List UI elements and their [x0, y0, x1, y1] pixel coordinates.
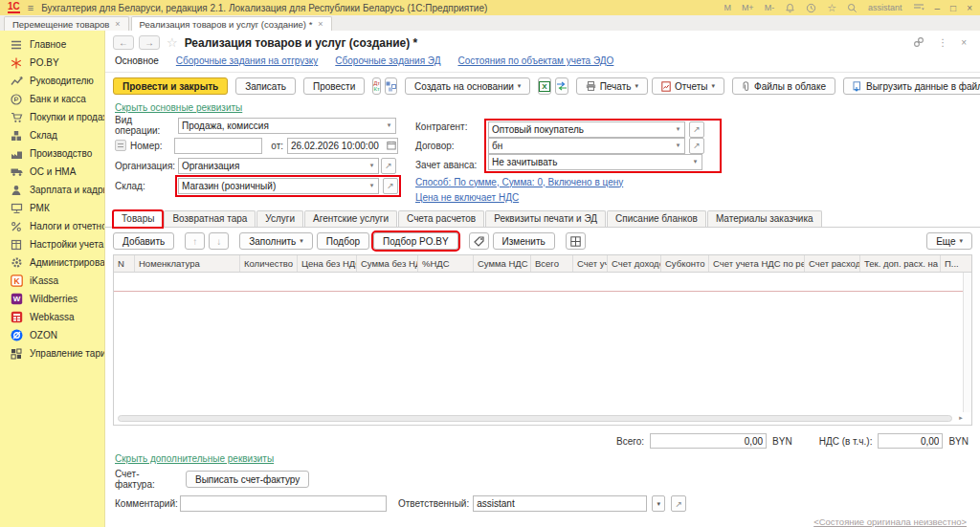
col-n[interactable]: N: [114, 255, 135, 272]
post-and-close-button[interactable]: Провести и закрыть: [113, 77, 228, 95]
responsible-input[interactable]: [474, 496, 646, 511]
export-data-button[interactable]: Выгрузить данные в файл: [843, 77, 980, 95]
open-organization-icon[interactable]: ↗: [381, 158, 396, 174]
excel-export-button[interactable]: X: [538, 77, 550, 95]
responsible-dropdown-icon[interactable]: ▾: [652, 495, 665, 512]
col-vat-account[interactable]: Счет учета НДС по реализ...: [709, 255, 805, 272]
sidebar-item-rmk[interactable]: РМК: [0, 199, 104, 217]
sidebar-item-warehouse[interactable]: Склад: [0, 126, 104, 144]
open-contract-icon[interactable]: ↗: [689, 138, 704, 154]
cloud-files-button[interactable]: Файлы в облаке: [732, 77, 835, 95]
tab-agency-services[interactable]: Агентские услуги: [304, 210, 397, 227]
favorite-star-icon[interactable]: ☆: [167, 35, 178, 50]
price-no-vat-link[interactable]: Цена не включает НДС: [415, 192, 722, 203]
post-button[interactable]: Провести: [303, 77, 365, 95]
organization-field[interactable]: ▾: [178, 158, 379, 174]
current-user[interactable]: assistant: [868, 3, 902, 12]
window-tab-sales-document[interactable]: Реализация товаров и услуг (создание) * …: [131, 16, 332, 31]
sidebar-item-ikassa[interactable]: KiKassa: [0, 272, 104, 290]
sidebar-item-taxes[interactable]: Налоги и отчетность: [0, 217, 104, 235]
sidebar-item-wildberries[interactable]: WWildberries: [0, 290, 104, 308]
col-account[interactable]: Счет учета: [573, 255, 608, 272]
warehouse-field[interactable]: ▾: [178, 178, 379, 194]
comment-input[interactable]: [181, 496, 386, 511]
service-menu-icon[interactable]: [913, 3, 924, 12]
pick-button[interactable]: Подбор: [317, 232, 369, 250]
col-expense-account[interactable]: Счет расходов: [805, 255, 860, 272]
move-row-down-button[interactable]: ↓: [209, 232, 229, 250]
scale-m-minus-button[interactable]: M-: [765, 3, 775, 12]
tab-blank-writeoff[interactable]: Списание бланков: [607, 210, 706, 227]
sidebar-item-administration[interactable]: Администрирование: [0, 253, 104, 272]
sidebar-item-production[interactable]: Производство: [0, 144, 104, 163]
pick-poby-button[interactable]: Подбор PO.BY: [373, 232, 458, 250]
edo-exchange-button[interactable]: [555, 77, 568, 95]
open-responsible-icon[interactable]: ↗: [671, 495, 686, 512]
get-link-icon[interactable]: [913, 36, 924, 50]
col-vat-sum[interactable]: Сумма НДС: [474, 255, 531, 272]
contract-field[interactable]: ▾: [488, 138, 685, 154]
responsible-field[interactable]: [473, 495, 647, 512]
close-tab-icon[interactable]: ×: [318, 19, 323, 29]
tab-services[interactable]: Услуги: [256, 210, 303, 227]
vertical-scrollbar[interactable]: [963, 273, 971, 412]
col-sum-no-vat[interactable]: Сумма без НДС: [357, 255, 418, 272]
col-vat-percent[interactable]: %НДС: [418, 255, 474, 272]
tab-goods[interactable]: Товары: [113, 210, 163, 228]
horizontal-scrollbar[interactable]: [118, 415, 952, 422]
move-row-up-button[interactable]: ↑: [185, 232, 205, 250]
favorites-star-icon[interactable]: ☆: [827, 2, 836, 14]
chevron-down-icon[interactable]: ▾: [672, 122, 684, 137]
sidebar-item-fixed-assets[interactable]: ОС и НМА: [0, 163, 104, 181]
col-quantity[interactable]: Количество: [240, 255, 298, 272]
search-icon[interactable]: [847, 3, 858, 13]
nav-assembly-shipping[interactable]: Сборочные задания на отгрузку: [176, 55, 318, 66]
advance-input[interactable]: [489, 155, 689, 169]
table-settings-button[interactable]: [566, 232, 586, 250]
operation-type-field[interactable]: ▾: [178, 118, 396, 134]
sidebar-item-purchases-sales[interactable]: Покупки и продажи: [0, 108, 104, 126]
counterparty-input[interactable]: [489, 122, 672, 137]
col-current-add-expense[interactable]: Тек. доп. расх. на ед.: [860, 255, 941, 272]
add-row-button[interactable]: Добавить: [113, 232, 174, 250]
sidebar-item-manager[interactable]: Руководителю: [0, 72, 104, 90]
minimize-window-icon[interactable]: –: [935, 3, 941, 13]
print-button[interactable]: Печать▾: [576, 77, 648, 95]
chevron-down-icon[interactable]: ▾: [672, 139, 684, 153]
col-subconto[interactable]: Субконто: [661, 255, 709, 272]
tab-print-details[interactable]: Реквизиты печати и ЭД: [485, 210, 606, 227]
forward-button[interactable]: →: [139, 35, 160, 50]
number-field[interactable]: [174, 138, 262, 154]
open-warehouse-icon[interactable]: ↗: [383, 178, 398, 194]
close-form-icon[interactable]: ×: [961, 37, 967, 48]
sidebar-item-payroll-hr[interactable]: Зарплата и кадры: [0, 181, 104, 199]
nav-main[interactable]: Основное: [115, 55, 159, 66]
reports-button[interactable]: Отчеты▾: [652, 77, 724, 95]
history-icon[interactable]: [806, 3, 816, 13]
col-nomenclature[interactable]: Номенклатура: [135, 255, 240, 272]
sidebar-item-main[interactable]: Главное: [0, 35, 104, 54]
issue-invoice-button[interactable]: Выписать счет-фактуру: [186, 471, 309, 488]
more-actions-icon[interactable]: ⋮: [938, 37, 947, 48]
chevron-down-icon[interactable]: ▾: [383, 119, 395, 133]
fill-button[interactable]: Заполнить▾: [239, 232, 313, 250]
sidebar-item-webkassa[interactable]: Webkassa: [0, 308, 104, 326]
chevron-down-icon[interactable]: ▾: [366, 179, 378, 193]
date-field[interactable]: [287, 138, 398, 154]
set-prices-button[interactable]: [469, 232, 489, 250]
contract-input[interactable]: [489, 139, 672, 153]
hide-additional-attributes-link[interactable]: Скрыть дополнительные реквизиты: [115, 453, 274, 464]
sidebar-item-ozon[interactable]: OZON: [0, 326, 104, 344]
sidebar-item-accounting-settings[interactable]: Настройки учета: [0, 235, 104, 253]
counterparty-field[interactable]: ▾: [488, 121, 685, 138]
restore-window-icon[interactable]: □: [950, 3, 956, 13]
calendar-icon[interactable]: [385, 139, 397, 153]
create-based-on-button[interactable]: Создать на основании▾: [405, 77, 530, 95]
col-total[interactable]: Всего: [531, 255, 573, 272]
nav-assembly-ed[interactable]: Сборочные задания ЭД: [335, 55, 440, 66]
number-input[interactable]: [175, 139, 261, 153]
document-structure-button[interactable]: [385, 77, 397, 95]
sidebar-item-tariff[interactable]: Управление тарифом: [0, 344, 104, 362]
tab-settlement-accounts[interactable]: Счета расчетов: [398, 210, 484, 227]
hide-main-attributes-link[interactable]: Скрыть основные реквизиты: [115, 102, 242, 113]
